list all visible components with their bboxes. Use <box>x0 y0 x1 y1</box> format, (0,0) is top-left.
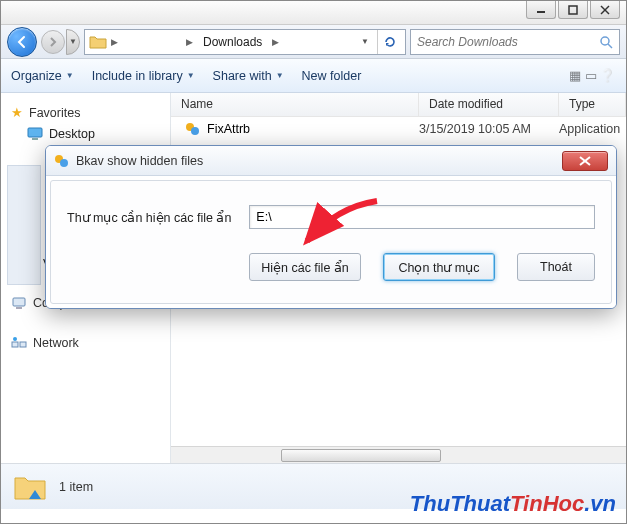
status-item-count: 1 item <box>59 480 93 494</box>
chevron-right-icon: ▶ <box>272 37 279 47</box>
svg-rect-1 <box>569 6 577 14</box>
address-bar[interactable]: ▶ ▶ Downloads ▶ ▼ <box>84 29 406 55</box>
column-date[interactable]: Date modified <box>419 93 559 116</box>
sidebar-item-label: Desktop <box>49 127 95 141</box>
network-icon <box>11 336 27 350</box>
show-hidden-files-button[interactable]: Hiện các file ẩn <box>249 253 361 281</box>
application-icon <box>185 121 201 137</box>
search-input[interactable] <box>417 35 593 49</box>
sidebar-selection-highlight <box>7 165 41 285</box>
breadcrumb-current[interactable]: Downloads <box>197 33 268 51</box>
nav-history-dropdown[interactable]: ▼ <box>66 29 80 55</box>
svg-point-17 <box>191 127 199 135</box>
dialog-close-button[interactable] <box>562 151 608 171</box>
svg-point-15 <box>13 337 17 341</box>
nav-back-button[interactable] <box>7 27 37 57</box>
sidebar-favorites-header[interactable]: ★ Favorites <box>5 101 166 124</box>
organize-menu[interactable]: Organize▼ <box>11 69 74 83</box>
toolbar-view-icons[interactable]: ▦ ▭ ❔ <box>569 68 616 83</box>
exit-button[interactable]: Thoát <box>517 253 595 281</box>
svg-point-4 <box>601 37 609 45</box>
address-dropdown-icon[interactable]: ▼ <box>357 37 373 46</box>
svg-point-19 <box>60 159 68 167</box>
folder-path-input[interactable] <box>249 205 595 229</box>
svg-line-5 <box>608 44 612 48</box>
svg-rect-11 <box>13 298 25 306</box>
maximize-button[interactable] <box>558 1 588 19</box>
file-type: Application <box>559 122 620 136</box>
chevron-right-icon: ▶ <box>186 37 193 47</box>
close-button[interactable] <box>590 1 620 19</box>
include-in-library-menu[interactable]: Include in library▼ <box>92 69 195 83</box>
column-type[interactable]: Type <box>559 93 626 116</box>
breadcrumb-segment[interactable] <box>122 31 182 52</box>
desktop-icon <box>27 127 43 141</box>
svg-rect-12 <box>16 307 22 309</box>
sidebar-item-network[interactable]: Network <box>5 332 166 354</box>
file-name: FixAttrb <box>207 122 250 136</box>
sidebar-item-label: Network <box>33 336 79 350</box>
bkav-dialog: Bkav show hidden files Thư mục cần hiện … <box>45 145 617 309</box>
svg-rect-6 <box>28 128 42 137</box>
refresh-button[interactable] <box>377 30 401 54</box>
folder-path-label: Thư mục cần hiện các file ẩn <box>67 210 231 225</box>
address-bar-row: ▼ ▶ ▶ Downloads ▶ ▼ <box>1 25 626 59</box>
sidebar-label: Favorites <box>29 106 80 120</box>
chevron-right-icon: ▶ <box>111 37 118 47</box>
minimize-button[interactable] <box>526 1 556 19</box>
search-box[interactable] <box>410 29 620 55</box>
window-titlebar <box>1 1 626 25</box>
horizontal-scrollbar[interactable] <box>171 446 626 463</box>
file-date: 3/15/2019 10:05 AM <box>419 122 559 136</box>
folder-icon <box>13 472 47 502</box>
svg-rect-14 <box>20 342 26 347</box>
computer-icon <box>11 296 27 310</box>
svg-rect-13 <box>12 342 18 347</box>
toolbar: Organize▼ Include in library▼ Share with… <box>1 59 626 93</box>
star-icon: ★ <box>11 105 23 120</box>
svg-rect-7 <box>32 138 38 140</box>
column-name[interactable]: Name <box>171 93 419 116</box>
watermark: ThuThuatTinHoc.vn <box>410 491 616 517</box>
dialog-titlebar[interactable]: Bkav show hidden files <box>46 146 616 176</box>
search-icon <box>599 35 613 49</box>
folder-icon <box>89 34 107 50</box>
sidebar-item-desktop[interactable]: Desktop <box>5 124 166 144</box>
column-headers: Name Date modified Type <box>171 93 626 117</box>
scrollbar-thumb[interactable] <box>281 449 441 462</box>
share-with-menu[interactable]: Share with▼ <box>213 69 284 83</box>
new-folder-button[interactable]: New folder <box>302 69 362 83</box>
file-row[interactable]: FixAttrb 3/15/2019 10:05 AM Application <box>171 117 626 141</box>
dialog-title: Bkav show hidden files <box>76 154 203 168</box>
choose-folder-button[interactable]: Chọn thư mục <box>383 253 495 281</box>
application-icon <box>54 153 70 169</box>
nav-forward-button[interactable] <box>41 30 65 54</box>
